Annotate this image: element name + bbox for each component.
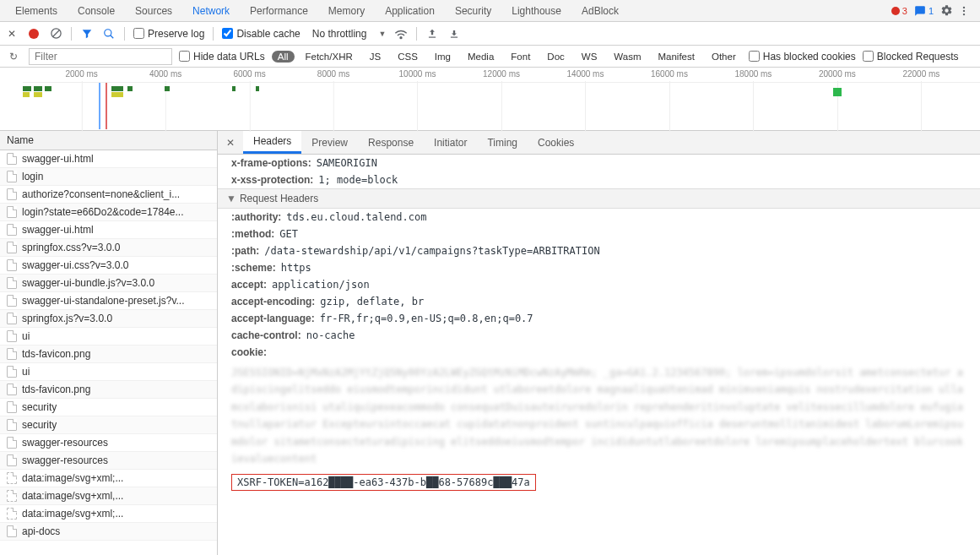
request-row[interactable]: security: [0, 399, 217, 416]
svg-line-6: [111, 35, 114, 38]
xsrf-token-highlight: XSRF-TOKEN=a162████-ea63-437b-b██68-5768…: [231, 474, 536, 491]
svg-rect-8: [429, 36, 436, 37]
request-row[interactable]: springfox.css?v=3.0.0: [0, 239, 217, 257]
request-row[interactable]: api-docs: [0, 523, 217, 541]
chevron-down-icon[interactable]: ▼: [378, 30, 386, 38]
network-timeline[interactable]: 2000 ms4000 ms6000 ms8000 ms10000 ms1200…: [0, 68, 980, 131]
detail-tab-timing[interactable]: Timing: [477, 133, 528, 153]
tab-sources[interactable]: Sources: [125, 2, 182, 20]
tab-application[interactable]: Application: [375, 2, 445, 20]
file-icon: [7, 224, 17, 236]
request-name: data:image/svg+xml;...: [22, 472, 123, 484]
request-row[interactable]: data:image/svg+xml;...: [0, 505, 217, 523]
svg-point-0: [963, 6, 965, 8]
timeline-tick: 22000 ms: [902, 69, 939, 79]
request-row[interactable]: swagger-ui-standalone-preset.js?v...: [0, 292, 217, 310]
preserve-log-checkbox[interactable]: Preserve log: [133, 28, 204, 40]
request-row[interactable]: springfox.js?v=3.0.0: [0, 310, 217, 328]
request-row[interactable]: login: [0, 168, 217, 186]
message-icon: [914, 5, 926, 17]
tab-memory[interactable]: Memory: [318, 2, 375, 20]
close-icon[interactable]: ✕: [5, 27, 19, 41]
filter-all[interactable]: All: [272, 51, 295, 63]
request-row[interactable]: login?state=e66Do2&code=1784e...: [0, 204, 217, 221]
close-details-icon[interactable]: ✕: [218, 137, 243, 149]
settings-icon[interactable]: [940, 4, 953, 17]
filter-icon[interactable]: [80, 27, 94, 41]
tab-security[interactable]: Security: [445, 2, 501, 20]
filter-css[interactable]: CSS: [392, 51, 424, 63]
request-name: swagger-ui.html: [22, 224, 94, 236]
request-row[interactable]: security: [0, 416, 217, 434]
filter-ws[interactable]: WS: [576, 51, 604, 63]
request-list: Name swagger-ui.htmlloginauthorize?conse…: [0, 131, 218, 555]
search-icon[interactable]: [102, 27, 116, 41]
request-row[interactable]: tds-favicon.png: [0, 381, 217, 399]
request-name: data:image/svg+xml;...: [22, 508, 123, 520]
tab-adblock[interactable]: AdBlock: [571, 2, 629, 20]
kebab-icon[interactable]: [958, 5, 970, 17]
request-row[interactable]: swagger-ui.html: [0, 221, 217, 239]
file-icon: [7, 295, 17, 307]
detail-tab-preview[interactable]: Preview: [301, 133, 358, 153]
request-list-header[interactable]: Name: [0, 131, 217, 150]
upload-icon[interactable]: [425, 27, 439, 41]
filter-img[interactable]: Img: [429, 51, 457, 63]
detail-tab-cookies[interactable]: Cookies: [528, 133, 584, 153]
file-icon: [7, 490, 17, 502]
tab-performance[interactable]: Performance: [240, 2, 318, 20]
error-count-badge[interactable]: 3: [891, 6, 907, 16]
filter-input[interactable]: [29, 48, 172, 65]
request-headers-section[interactable]: ▼Request Headers: [218, 188, 980, 209]
request-row[interactable]: ui: [0, 328, 217, 346]
request-row[interactable]: ui: [0, 363, 217, 381]
filter-manifest[interactable]: Manifest: [652, 51, 700, 63]
file-icon: [7, 437, 17, 449]
request-row[interactable]: tds-favicon.png: [0, 346, 217, 363]
tab-network[interactable]: Network: [182, 2, 240, 20]
detail-content: x-frame-options:SAMEORIGIN x-xss-protect…: [218, 155, 980, 555]
detail-tab-response[interactable]: Response: [358, 133, 424, 153]
request-row[interactable]: data:image/svg+xml,...: [0, 487, 217, 505]
network-conditions-icon[interactable]: [394, 27, 408, 41]
request-row[interactable]: swagger-ui.html: [0, 150, 217, 168]
svg-line-4: [52, 30, 59, 37]
clear-icon[interactable]: [49, 27, 62, 41]
blocked-requests-checkbox[interactable]: Blocked Requests: [863, 51, 959, 63]
tab-elements[interactable]: Elements: [5, 2, 68, 20]
has-blocked-cookies-checkbox[interactable]: Has blocked cookies: [749, 51, 856, 63]
record-icon[interactable]: [27, 27, 41, 41]
timeline-tick: 8000 ms: [317, 69, 349, 79]
filter-fetchxhr[interactable]: Fetch/XHR: [300, 51, 359, 63]
detail-tab-headers[interactable]: Headers: [243, 131, 301, 154]
download-icon[interactable]: [447, 27, 461, 41]
request-name: swagger-ui.html: [22, 153, 94, 165]
detail-tab-initiator[interactable]: Initiator: [424, 133, 477, 153]
request-row[interactable]: swagger-ui-bundle.js?v=3.0.0: [0, 275, 217, 292]
tab-lighthouse[interactable]: Lighthouse: [501, 2, 571, 20]
svg-rect-9: [451, 36, 458, 37]
filter-doc[interactable]: Doc: [541, 51, 570, 63]
file-icon: [7, 313, 17, 324]
timeline-tick: 16000 ms: [651, 69, 688, 79]
request-row[interactable]: swagger-resources: [0, 452, 217, 470]
request-row[interactable]: authorize?consent=none&client_i...: [0, 186, 217, 204]
disable-cache-checkbox[interactable]: Disable cache: [222, 28, 300, 40]
filter-font[interactable]: Font: [505, 51, 536, 63]
file-icon: [7, 242, 17, 253]
filter-media[interactable]: Media: [462, 51, 500, 63]
request-row[interactable]: data:image/svg+xml;...: [0, 470, 217, 487]
filter-wasm[interactable]: Wasm: [608, 51, 647, 63]
request-row[interactable]: swagger-resources: [0, 434, 217, 452]
throttling-select[interactable]: No throttling: [309, 26, 371, 41]
request-row[interactable]: swagger-ui.css?v=3.0.0: [0, 257, 217, 275]
file-icon: [7, 454, 17, 466]
tab-console[interactable]: Console: [68, 2, 125, 20]
filter-other[interactable]: Other: [706, 51, 742, 63]
filter-js[interactable]: JS: [364, 51, 387, 63]
svg-point-2: [963, 13, 965, 14]
message-count-badge[interactable]: 1: [914, 5, 934, 17]
reload-icon[interactable]: ↻: [5, 51, 22, 63]
timeline-tick: 18000 ms: [734, 69, 772, 79]
hide-data-urls-checkbox[interactable]: Hide data URLs: [179, 51, 265, 63]
